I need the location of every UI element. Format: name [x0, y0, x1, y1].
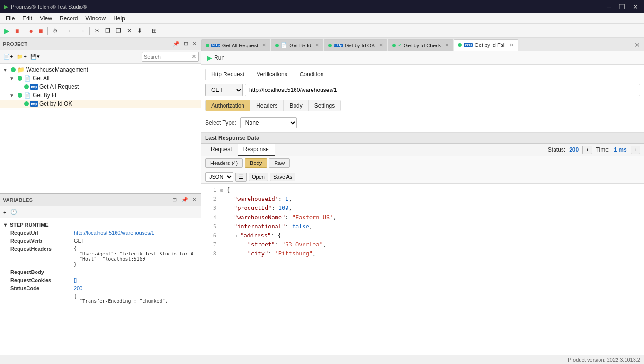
- variables-panel: VARIABLES ⊡ 📌 ✕ + 🕐 ▼ STEP RUNTIME Reque…: [0, 193, 201, 355]
- req-tab-condition[interactable]: Condition: [294, 69, 330, 80]
- variables-pin-button[interactable]: 📌: [180, 196, 189, 203]
- req-tab-httprequest[interactable]: Http Request: [205, 69, 250, 80]
- tree-label-getall: Get All: [33, 75, 49, 82]
- stop-button[interactable]: ■: [13, 26, 21, 36]
- variables-expand-button[interactable]: ⊡: [171, 196, 178, 203]
- resp-tab-request[interactable]: Request: [205, 144, 238, 156]
- step-runtime-header[interactable]: ▼ STEP RUNTIME: [3, 220, 198, 229]
- type-select[interactable]: None Basic Bearer Token OAuth 2.0: [240, 117, 297, 128]
- auth-tab-settings[interactable]: Settings: [309, 100, 340, 111]
- app-title-text: Progress® Telerik® Test Studio®: [11, 4, 87, 9]
- json-collapse-6[interactable]: ⊟: [234, 233, 237, 238]
- var-row-requestcookies: RequestCookies []: [3, 276, 198, 284]
- toolbar-separator-3: [63, 27, 63, 35]
- save-all-button[interactable]: 💾▾: [29, 52, 41, 61]
- tree-node-getallrequest[interactable]: http Get All Request: [0, 82, 201, 91]
- tree-node-warehouse[interactable]: ▼ 📁 WarehouseManagement: [0, 65, 201, 74]
- minimize-button[interactable]: ─: [605, 3, 613, 10]
- tab-close-getbyidfail[interactable]: ✕: [510, 42, 514, 48]
- tab-label-getbyidok: Get by Id OK: [345, 43, 375, 48]
- search-clear-button[interactable]: ✕: [189, 52, 198, 61]
- body-tab-body[interactable]: Body: [245, 158, 267, 168]
- tab-close-getbyidok[interactable]: ✕: [379, 42, 383, 48]
- stop-record-button[interactable]: ■: [36, 26, 45, 36]
- method-select[interactable]: GET: [205, 84, 243, 96]
- expander-getall[interactable]: ▼: [9, 76, 16, 81]
- tab-close-getbyidcheck[interactable]: ✕: [445, 42, 449, 48]
- format-options-button[interactable]: ☰: [235, 173, 247, 182]
- tab-getbyidcheck[interactable]: ✓ Get by Id Check ✕: [388, 39, 454, 51]
- expander-warehouse[interactable]: ▼: [3, 67, 9, 73]
- tab-getbyidfail[interactable]: http Get by Id Fail ✕: [454, 39, 518, 51]
- variables-close-button[interactable]: ✕: [191, 196, 198, 203]
- resp-tab-response[interactable]: Response: [238, 144, 275, 156]
- var-key-requestcookies: RequestCookies: [10, 277, 72, 283]
- tabs-close-all-button[interactable]: ✕: [631, 39, 644, 51]
- body-tab-raw[interactable]: Raw: [269, 158, 290, 168]
- play-button[interactable]: ▶: [2, 26, 12, 36]
- undo-button[interactable]: ←: [65, 26, 76, 36]
- menu-record[interactable]: Record: [56, 14, 82, 23]
- json-content-5: "international": false,: [220, 222, 640, 231]
- menu-view[interactable]: View: [36, 14, 56, 23]
- tab-label-getallrequest: Get All Request: [222, 43, 258, 48]
- delete-button[interactable]: ✕: [125, 26, 134, 36]
- add-folder-button[interactable]: 📁+: [15, 52, 27, 61]
- tab-close-getallrequest[interactable]: ✕: [262, 42, 266, 48]
- tab-getbyid[interactable]: 📄 Get By Id ✕: [271, 39, 323, 51]
- auth-tab-body[interactable]: Body: [284, 100, 308, 111]
- menu-help[interactable]: Help: [109, 14, 129, 23]
- app-title-icon: ▶: [4, 3, 8, 10]
- var-row-responseheaders: { "Transfer-Encoding": "chunked",: [3, 292, 198, 305]
- menu-edit[interactable]: Edit: [18, 14, 36, 23]
- format-select[interactable]: JSON XML Text: [205, 172, 233, 182]
- run-button[interactable]: ▶ Run: [205, 53, 226, 63]
- menu-file[interactable]: File: [2, 14, 18, 23]
- tab-getbyidok[interactable]: http Get by Id OK ✕: [324, 39, 387, 51]
- req-tab-verifications[interactable]: Verifications: [250, 69, 294, 80]
- auth-tab-headers[interactable]: Headers: [250, 100, 284, 111]
- status-expand-button[interactable]: +: [582, 146, 592, 154]
- body-tab-headers[interactable]: Headers (4): [205, 158, 243, 168]
- search-input[interactable]: [142, 53, 189, 61]
- settings-button[interactable]: ⚙: [50, 26, 60, 36]
- var-value-requesturl[interactable]: http://localhost:5160/warehouses/1: [74, 230, 198, 236]
- response-status: Status: 200 + Time: 1 ms +: [548, 146, 640, 154]
- add-file-button[interactable]: 📄+: [2, 52, 14, 61]
- tree-node-getbyid[interactable]: ▼ 📄 Get By Id: [0, 91, 201, 100]
- expander-getbyid[interactable]: ▼: [9, 93, 16, 98]
- paste-button[interactable]: ❐: [114, 26, 124, 36]
- restore-button[interactable]: ❐: [617, 3, 627, 10]
- auth-tab-authorization[interactable]: Authorization: [206, 100, 250, 111]
- variables-panel-controls: ⊡ 📌 ✕: [171, 196, 198, 203]
- project-expand-button[interactable]: ⊡: [182, 40, 189, 47]
- redo-button[interactable]: →: [77, 26, 87, 36]
- grid-button[interactable]: ⊞: [150, 26, 159, 36]
- time-expand-button[interactable]: +: [631, 146, 640, 154]
- cut-button[interactable]: ✂: [92, 26, 102, 36]
- variables-toolbar: + 🕐: [0, 206, 201, 218]
- tab-getallrequest[interactable]: http Get All Request ✕: [201, 39, 270, 51]
- project-pin-button[interactable]: 📌: [171, 40, 181, 47]
- variable-history-button[interactable]: 🕐: [9, 208, 18, 217]
- open-button[interactable]: Open: [249, 173, 268, 181]
- step-runtime-label: STEP RUNTIME: [10, 222, 49, 228]
- tree-node-getbyidok[interactable]: http Get by Id OK: [0, 100, 201, 108]
- json-linenum-6: 6: [205, 231, 216, 240]
- var-value-statuscode: 200: [74, 285, 198, 291]
- save-as-button[interactable]: Save As: [270, 173, 295, 181]
- json-content-4: "warehouseName": "Eastern US",: [220, 213, 640, 222]
- tree-node-getall[interactable]: ▼ 📄 Get All: [0, 74, 201, 82]
- close-button[interactable]: ✕: [631, 3, 640, 10]
- var-row-requestverb: RequestVerb GET: [3, 237, 198, 245]
- menu-window[interactable]: Window: [82, 14, 110, 23]
- add-variable-button[interactable]: +: [2, 208, 8, 217]
- project-close-button[interactable]: ✕: [191, 40, 198, 47]
- record-button[interactable]: ●: [27, 26, 35, 36]
- copy-button[interactable]: ❐: [103, 26, 113, 36]
- download-button[interactable]: ⬇: [135, 26, 144, 36]
- json-key-warehousename: "warehouseName": [234, 214, 285, 221]
- tab-close-getbyid[interactable]: ✕: [315, 42, 319, 48]
- json-collapse-1[interactable]: ⊟: [220, 188, 223, 193]
- url-input[interactable]: [245, 84, 640, 96]
